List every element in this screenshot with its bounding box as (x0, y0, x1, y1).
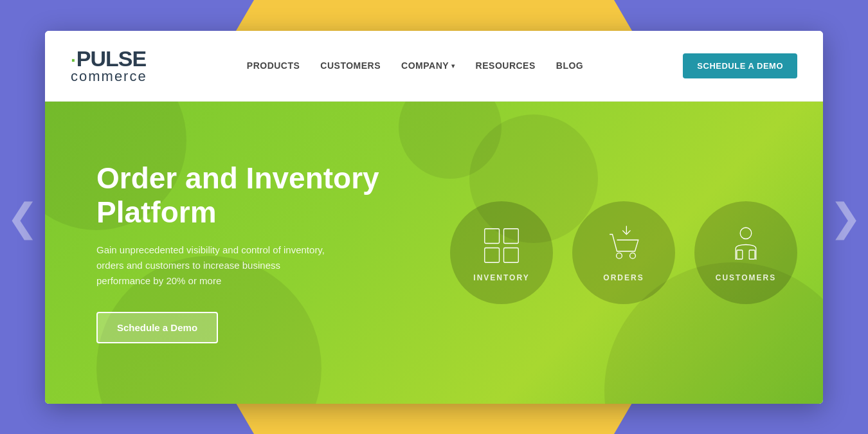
icon-circles: INVENTORY ORDERS (450, 201, 797, 304)
logo-plus: · (71, 50, 75, 70)
svg-rect-8 (737, 250, 743, 259)
nav-links: PRODUCTS CUSTOMERS COMPANY ▾ RESOURCES B… (247, 60, 583, 71)
right-arrow[interactable]: ❯ (829, 195, 862, 240)
hero-section: Order and Inventory Platform Gain unprec… (45, 102, 823, 404)
inventory-label: INVENTORY (473, 273, 529, 282)
nav-item-company[interactable]: COMPANY ▾ (401, 60, 455, 71)
nav-link-company[interactable]: COMPANY ▾ (401, 60, 455, 71)
customers-label: CUSTOMERS (716, 273, 776, 282)
left-arrow[interactable]: ❮ (6, 195, 39, 240)
nav-link-customers[interactable]: CUSTOMERS (320, 60, 381, 71)
nav-link-blog[interactable]: BLOG (556, 60, 583, 71)
navbar: ·PULSE commerce PRODUCTS CUSTOMERS COMPA… (45, 31, 823, 102)
customers-circle[interactable]: CUSTOMERS (694, 201, 797, 304)
svg-rect-0 (485, 228, 500, 243)
nav-item-products[interactable]: PRODUCTS (247, 60, 300, 71)
nav-link-resources[interactable]: RESOURCES (476, 60, 536, 71)
svg-rect-9 (749, 250, 755, 259)
schedule-demo-button[interactable]: SCHEDULE A DEMO (683, 53, 797, 78)
svg-point-7 (740, 228, 752, 239)
svg-rect-3 (504, 248, 519, 262)
hero-cta-button[interactable]: Schedule a Demo (96, 312, 218, 343)
inventory-icon (479, 223, 524, 268)
hero-title: Order and Inventory Platform (96, 161, 405, 230)
nav-item-blog[interactable]: BLOG (556, 60, 583, 71)
svg-rect-1 (504, 228, 519, 243)
logo-pulse: ·PULSE (71, 48, 147, 69)
nav-link-products[interactable]: PRODUCTS (247, 60, 300, 71)
nav-item-resources[interactable]: RESOURCES (476, 60, 536, 71)
orders-icon (601, 223, 646, 268)
svg-rect-2 (485, 248, 500, 262)
inventory-circle[interactable]: INVENTORY (450, 201, 553, 304)
svg-point-5 (630, 253, 636, 258)
logo[interactable]: ·PULSE commerce (71, 48, 147, 84)
orders-label: ORDERS (603, 273, 644, 282)
browser-window: ·PULSE commerce PRODUCTS CUSTOMERS COMPA… (45, 31, 823, 404)
chevron-down-icon: ▾ (451, 62, 455, 69)
customers-icon (723, 223, 768, 268)
hero-content: Order and Inventory Platform Gain unprec… (96, 161, 405, 343)
logo-commerce: commerce (71, 69, 147, 84)
orders-circle[interactable]: ORDERS (572, 201, 675, 304)
svg-point-4 (617, 253, 622, 258)
nav-item-customers[interactable]: CUSTOMERS (320, 60, 381, 71)
hero-subtitle: Gain unprecedented visibility and contro… (96, 242, 328, 289)
